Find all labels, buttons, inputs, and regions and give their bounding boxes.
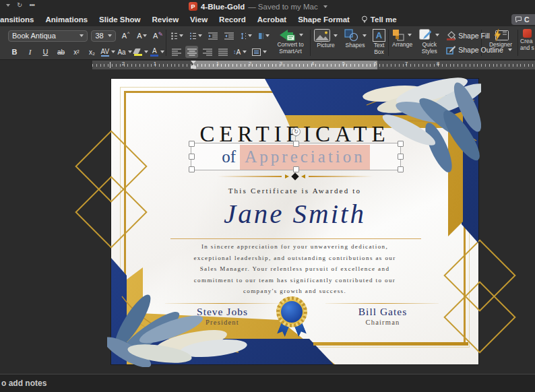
- align-right-button[interactable]: [201, 46, 214, 58]
- align-left-button[interactable]: [170, 46, 183, 58]
- subtitle-highlighted-word: Appreciation: [240, 145, 370, 170]
- tab-shape-format[interactable]: Shape Format: [298, 15, 350, 24]
- tab-tell-me[interactable]: Tell me: [361, 15, 397, 24]
- bold-button[interactable]: B: [8, 46, 21, 58]
- strikethrough-button[interactable]: ab: [55, 46, 67, 58]
- arrange-button[interactable]: Arrange: [392, 29, 412, 56]
- font-size-value: 38: [95, 32, 103, 40]
- indent-icon: [224, 32, 234, 40]
- ruler-number: 2: [249, 61, 251, 67]
- ruler-number: 1: [216, 61, 219, 67]
- resize-handle-w[interactable]: [189, 154, 195, 160]
- resize-handle-s[interactable]: [293, 166, 299, 172]
- numbering-button[interactable]: [188, 30, 203, 42]
- text-direction-button[interactable]: ↕A: [232, 46, 248, 58]
- superscript-button[interactable]: x²: [70, 46, 83, 58]
- resize-handle-se[interactable]: [398, 166, 404, 172]
- resize-handle-sw[interactable]: [189, 166, 195, 172]
- first-line-indent-marker[interactable]: [191, 61, 196, 64]
- font-size-select[interactable]: 38: [91, 30, 116, 42]
- rotation-handle[interactable]: ↻: [292, 127, 301, 136]
- ruler-number: 1: [154, 61, 156, 67]
- tab-view[interactable]: View: [190, 15, 208, 24]
- slide-canvas[interactable]: CERTIFICATE This Certificate is Awarded …: [0, 69, 535, 373]
- quick-styles-icon: [419, 29, 432, 41]
- notes-placeholder[interactable]: o add notes: [1, 379, 46, 388]
- group-separator: [517, 30, 518, 56]
- subtitle-text-box[interactable]: of Appreciation ↻: [191, 143, 401, 170]
- resize-handle-nw[interactable]: [189, 141, 195, 147]
- recipient-name[interactable]: Jane Smith: [111, 197, 478, 230]
- shape-fill-label: Shape Fill: [458, 32, 490, 40]
- tab-animations[interactable]: Animations: [45, 15, 88, 24]
- clear-formatting-button[interactable]: A✎: [152, 30, 164, 42]
- columns-button[interactable]: [257, 30, 271, 42]
- notes-pane[interactable]: o add notes: [0, 374, 535, 392]
- font-name-select[interactable]: Book Antiqua: [8, 30, 88, 42]
- collapse-ribbon-icon[interactable]: [6, 4, 10, 7]
- line-spacing-button[interactable]: [239, 30, 254, 42]
- tab-review[interactable]: Review: [152, 15, 179, 24]
- designer-button[interactable]: Designer: [486, 29, 515, 48]
- right-signature-line: [325, 303, 439, 304]
- ribbon-toolbar: Book Antiqua 38 A^ A A✎ B I U ab: [0, 26, 535, 60]
- awarded-line[interactable]: This Certificate is Awarded to: [111, 187, 478, 195]
- align-center-button[interactable]: [185, 46, 198, 58]
- ruler-number: 8: [437, 61, 439, 67]
- ribbon-tab-row: ansitions Animations Slide Show Review V…: [0, 13, 535, 27]
- right-signature-title[interactable]: Chairman: [292, 319, 474, 326]
- picture-icon: [314, 29, 330, 42]
- align-text-button[interactable]: [251, 46, 268, 58]
- document-title: 4-Blue-Gold: [201, 3, 245, 11]
- tab-record[interactable]: Record: [219, 15, 246, 24]
- tab-transitions[interactable]: ansitions: [0, 15, 34, 24]
- shapes-button[interactable]: Shapes: [344, 29, 367, 55]
- font-group: Book Antiqua 38 A^ A A✎ B I U ab: [8, 28, 164, 59]
- text-box-button[interactable]: A TextBox: [373, 29, 385, 55]
- resize-handle-n[interactable]: [293, 141, 299, 147]
- font-color-button[interactable]: A: [151, 46, 164, 58]
- tab-acrobat[interactable]: Acrobat: [257, 15, 286, 24]
- italic-button[interactable]: I: [24, 46, 36, 58]
- ruler-number: 6: [374, 61, 377, 67]
- horizontal-ruler[interactable]: 2 1 1 2 3 4 5 6 7 8: [92, 61, 535, 69]
- align-left-icon: [172, 48, 181, 56]
- certificate-body[interactable]: In sincere appreciation for your unwaver…: [111, 241, 478, 297]
- comments-button[interactable]: C: [511, 14, 535, 25]
- create-share-pdf-button[interactable]: Creaand s: [520, 29, 535, 51]
- text-highlight-button[interactable]: [134, 46, 148, 58]
- body-line: Sales Manager. Your relentless pursuit o…: [111, 263, 478, 275]
- more-commands-icon[interactable]: •••: [29, 1, 34, 9]
- ruler-number: 2: [122, 61, 125, 67]
- refresh-icon[interactable]: ↻: [17, 1, 22, 9]
- underline-button[interactable]: U: [39, 46, 52, 58]
- save-status[interactable]: — Saved to my Mac: [248, 3, 318, 11]
- justify-button[interactable]: [216, 46, 229, 58]
- document-title-area: P 4-Blue-Gold — Saved to my Mac: [189, 0, 327, 13]
- convert-to-smartart-button[interactable]: Convert toSmartArt: [273, 29, 308, 55]
- grow-font-button[interactable]: A^: [119, 30, 132, 42]
- right-signature-name[interactable]: Bill Gates: [292, 306, 474, 318]
- ruler-number: 5: [342, 61, 345, 67]
- title-chevron-icon[interactable]: [323, 5, 327, 8]
- paragraph-group: ↕A: [170, 28, 271, 59]
- lightbulb-icon: [361, 15, 368, 24]
- shrink-font-button[interactable]: A: [135, 30, 148, 42]
- line-spacing-icon: [241, 32, 247, 40]
- insert-group: Picture Shapes A TextBox: [314, 29, 385, 55]
- group-separator: [310, 30, 311, 56]
- quick-styles-button[interactable]: QuickStyles: [419, 29, 439, 56]
- resize-handle-e[interactable]: [398, 154, 404, 160]
- resize-handle-ne[interactable]: [398, 141, 404, 147]
- bullets-button[interactable]: [170, 30, 185, 42]
- increase-indent-button[interactable]: [223, 30, 236, 42]
- change-case-button[interactable]: Aa: [118, 46, 132, 58]
- bullet-list-icon: [171, 32, 177, 40]
- picture-button[interactable]: Picture: [314, 29, 338, 55]
- tab-slide-show[interactable]: Slide Show: [99, 15, 140, 24]
- subscript-button[interactable]: x₂: [86, 46, 98, 58]
- character-spacing-button[interactable]: AV: [101, 46, 115, 58]
- divider-diamond-icon: [291, 172, 298, 180]
- certificate-slide[interactable]: CERTIFICATE This Certificate is Awarded …: [111, 79, 478, 364]
- decrease-indent-button[interactable]: [207, 30, 220, 42]
